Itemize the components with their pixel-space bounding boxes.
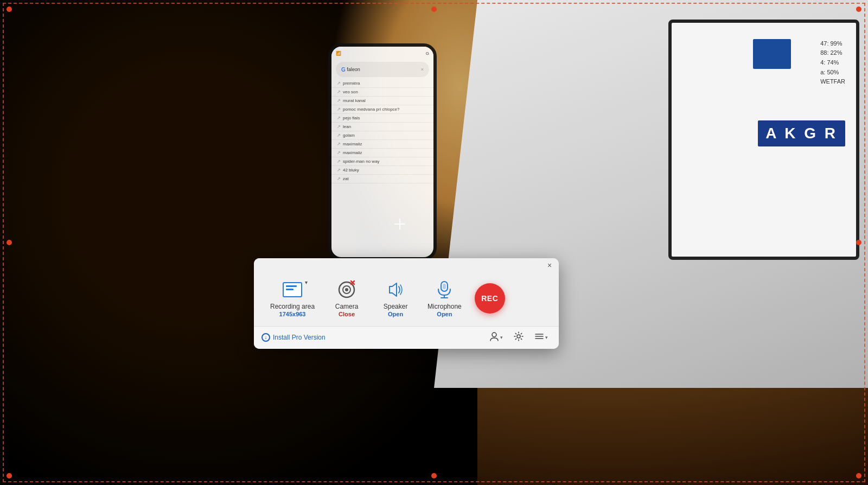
search-result-5: pejo fials xyxy=(331,114,433,123)
avatar-button[interactable]: ▾ xyxy=(486,330,506,344)
camera-label: Camera xyxy=(335,303,359,310)
recording-area-status: 1745x963 xyxy=(279,311,306,317)
search-result-4: pomoc medvana pri chlopce? xyxy=(331,105,433,114)
rec-button-label: REC xyxy=(481,294,498,303)
panel-main: ▾ Recording area 1745x963 Camera Close xyxy=(254,272,559,326)
avatar-icon xyxy=(489,331,499,343)
microphone-item[interactable]: Microphone Open xyxy=(420,276,469,321)
search-result-2: veo son xyxy=(331,88,433,97)
phone-status-bar: 📶G xyxy=(331,47,433,60)
laptop-screen: 47: 99%88: 22%4: 74%a: 50%WETFAR A K G R xyxy=(668,20,859,260)
camera-status: Close xyxy=(339,311,355,317)
panel-header: × xyxy=(254,258,559,272)
stats-text: 47: 99%88: 22%4: 74%a: 50%WETFAR xyxy=(820,39,845,87)
crosshair-cursor xyxy=(394,219,405,229)
avatar-chevron: ▾ xyxy=(500,335,503,340)
panel-footer: ↓ Install Pro Version ▾ xyxy=(254,326,559,349)
speaker-label: Speaker xyxy=(384,303,408,310)
phone-device: 📶G G faleon × premiéra veo son murat kan… xyxy=(328,43,437,260)
google-search-bar: G faleon × xyxy=(336,62,429,77)
microphone-icon xyxy=(435,280,454,299)
camera-icon-area xyxy=(334,279,360,301)
svg-point-9 xyxy=(492,333,496,337)
search-result-11: 42 bluky xyxy=(331,166,433,175)
menu-icon xyxy=(534,331,544,343)
svg-rect-8 xyxy=(443,284,446,289)
close-button[interactable]: × xyxy=(545,260,554,270)
rec-button[interactable]: REC xyxy=(475,283,505,314)
speaker-item[interactable]: Speaker Open xyxy=(371,276,420,321)
microphone-icon-area xyxy=(431,279,457,301)
search-result-7: golam xyxy=(331,131,433,140)
search-result-10: spider-man no way xyxy=(331,157,433,166)
recording-area-item[interactable]: ▾ Recording area 1745x963 xyxy=(263,276,322,321)
recording-area-icon xyxy=(283,282,302,297)
search-result-9: maximaliz xyxy=(331,149,433,157)
recording-area-dropdown-arrow: ▾ xyxy=(305,279,308,285)
settings-icon xyxy=(514,331,524,343)
svg-point-10 xyxy=(517,335,520,338)
control-panel: × ▾ Recording area 1745x963 xyxy=(254,258,559,349)
search-result-6: lean xyxy=(331,123,433,131)
install-pro-label: Install Pro Version xyxy=(273,334,326,341)
microphone-status: Open xyxy=(437,311,452,317)
microphone-label: Microphone xyxy=(427,303,462,310)
recording-area-label: Recording area xyxy=(270,303,315,310)
background-scene: 47: 99%88: 22%4: 74%a: 50%WETFAR A K G R… xyxy=(0,0,868,485)
recording-area-icon-area: ▾ xyxy=(279,279,305,301)
camera-icon xyxy=(336,279,358,301)
speaker-status: Open xyxy=(388,311,403,317)
menu-chevron: ▾ xyxy=(545,335,548,340)
blue-square-graphic xyxy=(753,39,791,69)
install-pro-link[interactable]: ↓ Install Pro Version xyxy=(261,333,326,342)
settings-button[interactable] xyxy=(510,330,527,344)
search-result-3: murat kanal xyxy=(331,97,433,105)
speaker-icon xyxy=(385,279,406,300)
speaker-icon-area xyxy=(382,279,409,301)
phone-screen: 📶G G faleon × premiéra veo son murat kan… xyxy=(331,47,433,257)
monitor-line-2 xyxy=(286,289,293,290)
search-result-1: premiéra xyxy=(331,79,433,88)
search-result-8: maximaliz xyxy=(331,140,433,149)
akgr-logo: A K G R xyxy=(758,120,845,146)
menu-button[interactable]: ▾ xyxy=(531,330,551,344)
search-result-12: zat xyxy=(331,175,433,183)
monitor-line-1 xyxy=(286,285,297,287)
svg-point-2 xyxy=(345,288,348,291)
camera-item[interactable]: Camera Close xyxy=(322,276,371,321)
footer-controls: ▾ ▾ xyxy=(486,330,551,344)
install-icon: ↓ xyxy=(261,333,270,342)
